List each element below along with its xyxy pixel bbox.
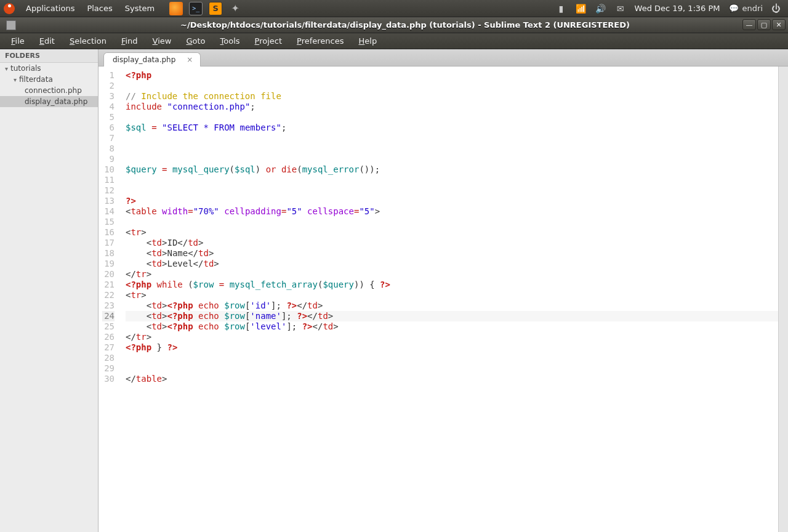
- menu-selection[interactable]: Selection: [63, 33, 113, 49]
- menu-file[interactable]: File: [5, 33, 31, 49]
- ubuntu-logo-icon[interactable]: [4, 3, 15, 14]
- code-line[interactable]: <td>Name</td>: [126, 248, 778, 259]
- line-number[interactable]: 26: [102, 332, 115, 342]
- tree-item-display_data-php[interactable]: display_data.php: [0, 96, 98, 107]
- code-editor[interactable]: <?php // Include the connection fileincl…: [121, 66, 778, 532]
- line-number[interactable]: 5: [102, 112, 115, 123]
- tab-display-data[interactable]: display_data.php ×: [103, 52, 201, 66]
- code-line[interactable]: [126, 217, 778, 227]
- code-line[interactable]: [126, 81, 778, 91]
- line-number[interactable]: 24: [102, 311, 115, 321]
- tree-item-filterdata[interactable]: filterdata: [0, 74, 98, 85]
- code-line[interactable]: <td><?php echo $row['name']; ?></td>: [126, 311, 778, 321]
- line-number[interactable]: 12: [102, 185, 115, 196]
- window-title-bar[interactable]: ~/Desktop/htdocs/tutorials/filterdata/di…: [0, 17, 788, 33]
- indicator-icon[interactable]: ▮: [556, 4, 567, 14]
- menu-project[interactable]: Project: [249, 33, 289, 49]
- code-line[interactable]: [126, 175, 778, 185]
- panel-clock[interactable]: Wed Dec 19, 1:36 PM: [635, 4, 720, 13]
- code-line[interactable]: ?>: [126, 196, 778, 206]
- network-icon[interactable]: 📶: [576, 4, 587, 14]
- code-line[interactable]: $sql = "SELECT * FROM members";: [126, 123, 778, 133]
- line-number[interactable]: 6: [102, 123, 115, 133]
- line-number-gutter[interactable]: 1234567891011121314151617181920212223242…: [98, 66, 121, 532]
- line-number[interactable]: 4: [102, 102, 115, 112]
- user-menu[interactable]: 💬 endri: [729, 4, 763, 13]
- code-line[interactable]: [126, 363, 778, 374]
- code-line[interactable]: // Include the connection file: [126, 91, 778, 102]
- line-number[interactable]: 21: [102, 280, 115, 290]
- maximize-button[interactable]: ▢: [757, 19, 771, 30]
- line-number[interactable]: 2: [102, 81, 115, 91]
- code-line[interactable]: <table width="70%" cellpadding="5" cells…: [126, 206, 778, 217]
- line-number[interactable]: 8: [102, 143, 115, 154]
- folder-sidebar[interactable]: FOLDERS tutorialsfilterdataconnection.ph…: [0, 49, 98, 532]
- mail-icon[interactable]: ✉: [615, 4, 626, 14]
- line-number[interactable]: 17: [102, 238, 115, 248]
- menu-goto[interactable]: Goto: [180, 33, 211, 49]
- line-number[interactable]: 30: [102, 374, 115, 384]
- line-number[interactable]: 19: [102, 259, 115, 269]
- disclosure-triangle-icon[interactable]: [5, 64, 8, 73]
- code-line[interactable]: </tr>: [126, 269, 778, 280]
- panel-menu-system[interactable]: System: [119, 0, 161, 17]
- code-line[interactable]: <tr>: [126, 227, 778, 238]
- code-line[interactable]: [126, 143, 778, 154]
- code-line[interactable]: [126, 133, 778, 143]
- misc-launcher-icon[interactable]: ✦: [228, 2, 242, 15]
- firefox-icon[interactable]: [169, 2, 183, 15]
- vertical-scrollbar[interactable]: [778, 66, 788, 532]
- tab-strip[interactable]: display_data.php ×: [98, 49, 788, 66]
- line-number[interactable]: 28: [102, 353, 115, 363]
- terminal-icon[interactable]: >_: [189, 2, 203, 15]
- code-line[interactable]: </tr>: [126, 332, 778, 342]
- line-number[interactable]: 13: [102, 196, 115, 206]
- menu-view[interactable]: View: [147, 33, 178, 49]
- line-number[interactable]: 1: [102, 70, 115, 81]
- menu-find[interactable]: Find: [115, 33, 144, 49]
- minimize-button[interactable]: —: [742, 19, 756, 30]
- code-line[interactable]: [126, 112, 778, 123]
- line-number[interactable]: 16: [102, 227, 115, 238]
- code-line[interactable]: <td>Level</td>: [126, 259, 778, 269]
- line-number[interactable]: 15: [102, 217, 115, 227]
- line-number[interactable]: 7: [102, 133, 115, 143]
- code-line[interactable]: include "connection.php";: [126, 102, 778, 112]
- code-line[interactable]: [126, 353, 778, 363]
- line-number[interactable]: 20: [102, 269, 115, 280]
- line-number[interactable]: 14: [102, 206, 115, 217]
- tree-item-tutorials[interactable]: tutorials: [0, 63, 98, 74]
- code-line[interactable]: <td><?php echo $row['level']; ?></td>: [126, 321, 778, 332]
- menu-help[interactable]: Help: [353, 33, 384, 49]
- line-number[interactable]: 23: [102, 300, 115, 311]
- menu-preferences[interactable]: Preferences: [291, 33, 350, 49]
- code-line[interactable]: <?php } ?>: [126, 342, 778, 353]
- line-number[interactable]: 3: [102, 91, 115, 102]
- code-line[interactable]: </table>: [126, 374, 778, 384]
- panel-menu-applications[interactable]: Applications: [20, 0, 81, 17]
- code-line[interactable]: <td><?php echo $row['id']; ?></td>: [126, 300, 778, 311]
- menu-edit[interactable]: Edit: [33, 33, 61, 49]
- line-number[interactable]: 22: [102, 290, 115, 300]
- line-number[interactable]: 9: [102, 154, 115, 164]
- panel-menu-places[interactable]: Places: [81, 0, 118, 17]
- sublime-icon[interactable]: S: [209, 2, 222, 15]
- line-number[interactable]: 11: [102, 175, 115, 185]
- menu-tools[interactable]: Tools: [214, 33, 246, 49]
- code-line[interactable]: $query = mysql_query($sql) or die(mysql_…: [126, 164, 778, 175]
- disclosure-triangle-icon[interactable]: [14, 75, 17, 84]
- line-number[interactable]: 10: [102, 164, 115, 175]
- code-line[interactable]: <?php: [126, 70, 778, 81]
- tab-close-icon[interactable]: ×: [187, 55, 193, 64]
- line-number[interactable]: 27: [102, 342, 115, 353]
- tree-item-connection-php[interactable]: connection.php: [0, 85, 98, 96]
- power-icon[interactable]: ⏻: [771, 3, 781, 14]
- code-line[interactable]: <td>ID</td>: [126, 238, 778, 248]
- code-line[interactable]: <tr>: [126, 290, 778, 300]
- code-area[interactable]: 1234567891011121314151617181920212223242…: [98, 66, 788, 532]
- close-button[interactable]: ✕: [772, 19, 786, 30]
- volume-icon[interactable]: 🔊: [595, 4, 606, 14]
- line-number[interactable]: 25: [102, 321, 115, 332]
- line-number[interactable]: 18: [102, 248, 115, 259]
- code-line[interactable]: [126, 154, 778, 164]
